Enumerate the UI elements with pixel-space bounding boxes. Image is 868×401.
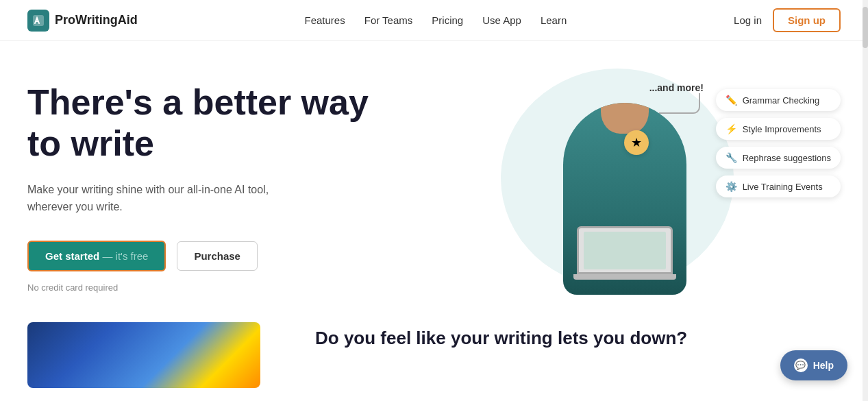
logo-text: ProWritingAid [55,13,138,27]
pill-grammar: ✏️ Grammar Checking [716,89,841,111]
pill-training: ⚙️ Live Training Events [716,175,841,197]
free-label: — it's free [102,250,148,262]
purchase-button[interactable]: Purchase [177,241,258,271]
rephrase-icon: 🔧 [726,152,737,163]
laptop-screen [577,226,673,274]
person-body [563,103,686,295]
get-started-label: Get started [45,250,99,262]
hero-subtitle: Make your writing shine with our all-in-… [27,181,288,216]
bottom-title: Do you feel like your writing lets you d… [315,328,687,349]
pill-rephrase-label: Rephrase suggestions [743,153,831,163]
bottom-section: Do you feel like your writing lets you d… [0,322,868,388]
nav-right: Log in Sign up [734,8,841,32]
help-label: Help [813,360,834,371]
laptop-screen-inner [584,232,666,269]
hero-title: There's a better way to write [27,82,393,165]
style-icon: ⚡ [726,123,737,134]
nav-links: Features For Teams Pricing Use App Learn [305,14,567,27]
hero-left: There's a better way to write Make your … [27,75,393,293]
get-started-button[interactable]: Get started — it's free [27,241,166,271]
login-button[interactable]: Log in [734,14,762,26]
nav-features[interactable]: Features [305,14,345,26]
help-icon: 💬 [794,359,808,372]
hero-buttons: Get started — it's free Purchase [27,241,393,271]
navbar: ProWritingAid Features For Teams Pricing… [0,0,868,41]
training-icon: ⚙️ [726,181,737,192]
scrollbar[interactable] [863,0,868,401]
pill-training-label: Live Training Events [743,182,823,192]
laptop-base [573,274,676,280]
logo-link[interactable]: ProWritingAid [27,10,138,32]
pill-style-label: Style Improvements [743,124,821,134]
bottom-text: Do you feel like your writing lets you d… [315,322,687,349]
nav-learn[interactable]: Learn [541,14,567,26]
pill-rephrase: 🔧 Rephrase suggestions [716,147,841,169]
person-figure [549,89,700,295]
hero-illustration: ...and more! ★ ✏️ G [393,75,841,295]
signup-button[interactable]: Sign up [773,8,841,32]
pill-style: ⚡ Style Improvements [716,118,841,140]
nav-teams[interactable]: For Teams [364,14,413,26]
laptop [577,226,673,281]
feature-pills: ✏️ Grammar Checking ⚡ Style Improvements… [716,89,841,197]
hero-section: There's a better way to write Make your … [0,41,868,322]
star-badge: ★ [624,130,649,155]
grammar-icon: ✏️ [726,95,737,106]
no-credit-text: No credit card required [27,282,393,293]
bottom-image [27,322,260,388]
scrollbar-thumb[interactable] [863,7,868,48]
logo-icon [27,10,49,32]
nav-pricing[interactable]: Pricing [432,14,463,26]
person-head [601,103,649,134]
pill-grammar-label: Grammar Checking [743,95,820,106]
nav-use-app[interactable]: Use App [482,14,521,26]
help-button[interactable]: 💬 Help [780,350,847,380]
